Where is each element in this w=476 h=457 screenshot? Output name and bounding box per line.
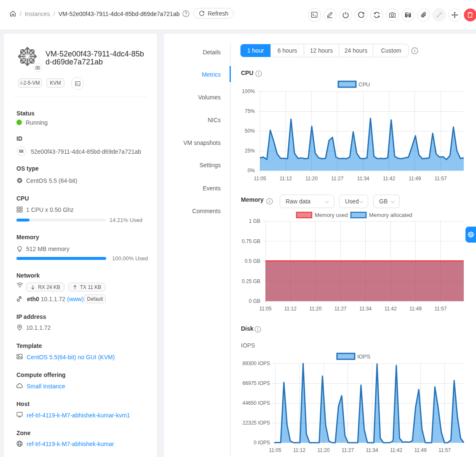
svg-text:0%: 0% <box>248 168 255 174</box>
svg-text:11:34: 11:34 <box>366 447 378 453</box>
svg-text:11:27: 11:27 <box>334 306 347 312</box>
svg-text:Memory allocated: Memory allocated <box>369 212 412 218</box>
svg-text:22325 IOPS: 22325 IOPS <box>243 420 270 426</box>
svg-text:11:42: 11:42 <box>390 447 402 453</box>
svg-text:11:34: 11:34 <box>357 176 369 182</box>
svg-text:0 GB: 0 GB <box>249 298 260 304</box>
svg-text:50%: 50% <box>245 128 255 134</box>
svg-text:44650 IOPS: 44650 IOPS <box>243 400 270 406</box>
svg-text:11:57: 11:57 <box>435 176 447 182</box>
svg-text:11:12: 11:12 <box>284 306 297 312</box>
svg-text:11:05: 11:05 <box>259 306 271 312</box>
svg-text:11:05: 11:05 <box>269 447 281 453</box>
svg-text:11:20: 11:20 <box>305 176 318 182</box>
svg-text:11:57: 11:57 <box>439 447 451 453</box>
svg-text:11:57: 11:57 <box>434 306 447 312</box>
svg-text:11:05: 11:05 <box>254 176 266 182</box>
svg-text:11:34: 11:34 <box>359 306 372 312</box>
svg-text:Memory used: Memory used <box>315 212 348 218</box>
svg-text:CPU: CPU <box>358 81 370 88</box>
svg-text:0 IOPS: 0 IOPS <box>254 440 270 446</box>
svg-text:11:20: 11:20 <box>317 447 329 453</box>
svg-text:89300 IOPS: 89300 IOPS <box>243 361 270 366</box>
svg-text:100%: 100% <box>242 88 255 94</box>
svg-text:11:27: 11:27 <box>342 447 354 453</box>
svg-text:11:12: 11:12 <box>293 447 305 453</box>
svg-text:25%: 25% <box>245 148 255 154</box>
svg-text:0.25 GB: 0.25 GB <box>242 278 260 284</box>
svg-text:11:49: 11:49 <box>414 447 426 453</box>
svg-text:1 GB: 1 GB <box>249 218 260 224</box>
svg-text:66975 IOPS: 66975 IOPS <box>243 380 270 386</box>
svg-text:11:49: 11:49 <box>409 306 422 312</box>
svg-text:11:27: 11:27 <box>331 176 343 182</box>
svg-text:75%: 75% <box>245 108 255 114</box>
svg-text:11:42: 11:42 <box>384 306 396 312</box>
svg-text:0.5 GB: 0.5 GB <box>245 258 260 264</box>
svg-text:11:42: 11:42 <box>383 176 395 182</box>
svg-text:IOPS: IOPS <box>357 353 370 360</box>
svg-text:0.75 GB: 0.75 GB <box>242 238 260 244</box>
svg-text:11:20: 11:20 <box>309 306 321 312</box>
svg-text:11:12: 11:12 <box>280 176 292 182</box>
svg-text:11:49: 11:49 <box>409 176 421 182</box>
